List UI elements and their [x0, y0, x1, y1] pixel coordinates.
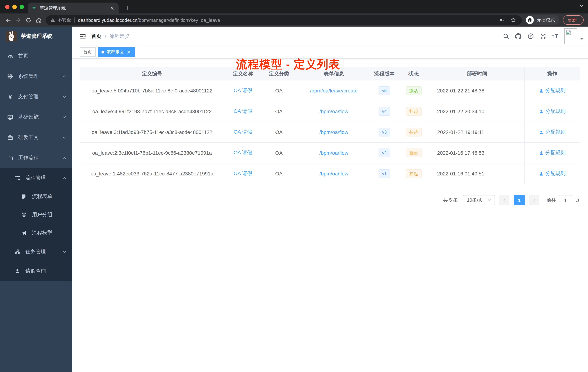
forward-button[interactable]: [13, 15, 23, 25]
security-label[interactable]: 不安全: [57, 17, 71, 23]
column-header-6: 部署时间: [430, 67, 524, 80]
tab-close-icon[interactable]: [109, 5, 115, 11]
home-button[interactable]: [33, 15, 44, 25]
assign-rule-link[interactable]: 分配规则: [539, 170, 566, 177]
tags-bar: 首页流程定义: [72, 46, 588, 59]
browser-tab[interactable]: 芋道管理系统: [28, 2, 118, 13]
sidebar-item-5[interactable]: 工作流程: [0, 148, 72, 168]
sidebar-item-9[interactable]: 流程模型: [0, 224, 72, 242]
form-link[interactable]: /bpm/oa/flow: [319, 109, 348, 114]
sidebar-item-label: 任务管理: [25, 248, 46, 255]
action-cell: 分配规则: [524, 164, 580, 184]
browser-toolbar: 不安全 dashboard.yudao.iocoder.cn/bpm/manag…: [0, 13, 588, 27]
tag-chip-1[interactable]: 流程定义: [98, 47, 135, 57]
fullscreen-icon[interactable]: [537, 30, 549, 42]
robot-icon: [21, 212, 27, 218]
tab-search-icon[interactable]: [579, 4, 584, 8]
active-dot-icon: [101, 51, 104, 54]
column-header-4: 流程版本: [371, 67, 398, 80]
sidebar-item-3[interactable]: 基础设施: [0, 107, 72, 127]
svg-text:¥: ¥: [9, 94, 12, 100]
form-link[interactable]: /bpm/oa/flow: [319, 171, 348, 176]
sidebar-item-6[interactable]: 流程管理: [0, 168, 72, 187]
page-unit-label: 页: [575, 197, 580, 203]
url-text[interactable]: dashboard.yudao.iocoder.cn/bpm/manager/d…: [78, 17, 496, 23]
breadcrumb-home[interactable]: 首页: [91, 33, 101, 40]
help-icon[interactable]: ?: [524, 30, 537, 42]
definition-name-link[interactable]: OA 请假: [234, 150, 252, 156]
page-size-select[interactable]: 10条/页: [463, 195, 495, 205]
bookmark-star-icon[interactable]: [509, 16, 517, 24]
deployed-time: 2022-01-22 19:19:11: [430, 122, 492, 143]
form-cell: /bpm/oa/flow: [296, 143, 371, 164]
traffic-lights: [5, 5, 24, 9]
form-link[interactable]: /bpm/oa/flow: [319, 129, 348, 135]
key-icon[interactable]: [498, 16, 506, 24]
font-size-icon[interactable]: TT: [549, 30, 561, 42]
assign-rule-link[interactable]: 分配规则: [539, 108, 566, 115]
page-1-button[interactable]: 1: [514, 195, 525, 205]
action-cell: 分配规则: [524, 122, 580, 143]
form-link[interactable]: /bpm/oa/leave/create: [310, 88, 358, 94]
sidebar-item-label: 流程表单: [32, 193, 52, 200]
form-link[interactable]: /bpm/oa/flow: [319, 150, 348, 156]
avatar-caret-icon[interactable]: [580, 37, 584, 40]
status-cell: 挂起: [398, 101, 430, 122]
toolbox-icon: [7, 135, 13, 141]
sidebar-logo[interactable]: 芋道管理系统: [0, 27, 72, 46]
tag-chip-0[interactable]: 首页: [80, 47, 96, 57]
column-header-2: 定义分类: [262, 67, 296, 80]
definition-name-cell: OA 请假: [224, 80, 262, 101]
next-page-button[interactable]: [529, 195, 539, 205]
sidebar-item-label: 用户分组: [32, 211, 52, 218]
sidebar-item-label: 首页: [18, 53, 28, 59]
definition-name-link[interactable]: OA 请假: [234, 108, 252, 115]
github-icon[interactable]: [512, 30, 524, 42]
search-icon[interactable]: [500, 30, 512, 42]
sidebar-item-10[interactable]: 任务管理: [0, 242, 72, 261]
definition-name-link[interactable]: OA 请假: [234, 87, 252, 94]
filler-cell: [492, 143, 524, 164]
user-icon: [539, 88, 544, 93]
paper-plane-icon: [21, 230, 27, 236]
sidebar-item-7[interactable]: 流程表单: [0, 187, 72, 206]
close-window-button[interactable]: [5, 5, 10, 9]
assign-rule-link[interactable]: 分配规则: [539, 150, 566, 156]
reload-button[interactable]: [23, 15, 33, 25]
definition-name-link[interactable]: OA 请假: [234, 170, 252, 177]
goto-page-input[interactable]: [559, 195, 572, 205]
kebab-menu-icon[interactable]: [579, 17, 581, 23]
definition-name-link[interactable]: OA 请假: [234, 129, 252, 135]
update-button[interactable]: 更新: [563, 15, 584, 25]
minimize-window-button[interactable]: [12, 5, 17, 9]
back-button[interactable]: [3, 15, 13, 25]
yen-icon: ¥: [7, 94, 13, 100]
sidebar-item-1[interactable]: 系统管理: [0, 66, 72, 87]
svg-text:?: ?: [530, 34, 532, 38]
user-icon: [539, 171, 544, 176]
address-bar[interactable]: 不安全 dashboard.yudao.iocoder.cn/bpm/manag…: [46, 15, 522, 25]
sidebar-item-2[interactable]: ¥支付管理: [0, 87, 72, 107]
form-cell: /bpm/oa/flow: [296, 101, 371, 122]
sidebar-item-8[interactable]: 用户分组: [0, 206, 72, 224]
close-icon[interactable]: [126, 50, 131, 55]
chevron-down-icon: [62, 115, 67, 119]
table-row-3: oa_leave:2:3c1f0ef1-76b1-11ec-9c66-a2380…: [80, 143, 580, 164]
sidebar-item-11[interactable]: 请假查询: [0, 261, 72, 281]
sidebar-item-label: 流程管理: [25, 175, 46, 181]
sidebar-item-4[interactable]: 研发工具: [0, 127, 72, 148]
app-navbar: 首页 / 流程定义 ?TT: [72, 27, 588, 46]
assign-rule-link[interactable]: 分配规则: [539, 87, 566, 94]
definition-id: oa_leave:3:1fad3d93-7b75-11ec-a3c8-acde4…: [80, 122, 224, 143]
avatar[interactable]: [564, 28, 577, 44]
new-tab-button[interactable]: [123, 4, 132, 12]
hamburger-icon[interactable]: [76, 30, 89, 43]
assign-rule-link[interactable]: 分配规则: [539, 129, 566, 135]
form-cell: /bpm/oa/flow: [296, 164, 371, 184]
sidebar-item-0[interactable]: 首页: [0, 46, 72, 66]
column-header-3: 表单信息: [296, 67, 371, 80]
zoom-window-button[interactable]: [20, 5, 24, 9]
status-badge: 挂起: [406, 169, 422, 178]
status-badge: 挂起: [406, 107, 422, 116]
prev-page-button[interactable]: [499, 195, 509, 205]
